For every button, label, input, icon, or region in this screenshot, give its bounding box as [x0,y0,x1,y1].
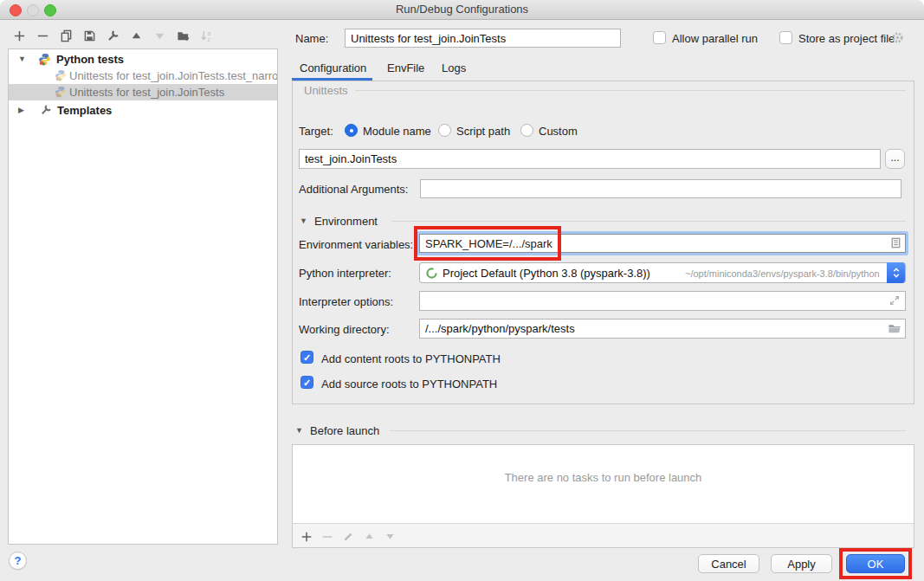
before-launch-toolbar [293,523,914,547]
move-task-down-icon[interactable] [383,529,397,544]
target-module-name-label: Module name [363,125,431,138]
move-down-icon[interactable] [152,29,167,43]
allow-parallel-run-label: Allow parallel run [672,32,758,45]
tab-configuration[interactable]: Configuration [300,61,366,74]
add-task-button[interactable] [299,529,313,544]
add-configuration-button[interactable] [12,29,27,43]
target-custom-label: Custom [539,125,578,138]
tree-item-label: Unittests for test_join.JoinTests [69,84,224,100]
target-script-path-radio[interactable] [438,124,451,137]
unittests-group-title: Unittests [304,84,348,97]
working-directory-label: Working directory: [299,323,390,336]
python-test-config-icon [55,86,67,100]
python-interpreter-label: Python interpreter: [299,267,391,280]
before-launch-section-line [390,430,906,431]
save-configuration-icon[interactable] [82,29,97,43]
before-launch-tasks-panel: There are no tasks to run before launch [292,444,914,548]
add-source-roots-checkbox[interactable]: ✓ [300,376,313,389]
env-variables-list-icon[interactable] [889,236,902,249]
store-as-project-file-label: Store as project file [798,32,895,45]
unittests-group-line [355,90,906,91]
tab-envfile[interactable]: EnvFile [387,61,424,74]
window-title: Run/Debug Configurations [0,3,924,16]
expand-editor-icon[interactable] [888,294,901,307]
new-folder-icon[interactable] [176,29,191,43]
tree-item-python-tests[interactable]: ▼ Python tests [9,51,277,68]
environment-variables-focus-ring: SPARK_HOME=/.../spark [417,231,908,255]
add-content-roots-label: Add content roots to PYTHONPATH [321,352,501,365]
tree-toolbar: az [12,29,214,43]
add-content-roots-checkbox[interactable]: ✓ [300,351,313,364]
target-script-path-label: Script path [456,125,510,138]
python-interpreter-value: Project Default (Python 3.8 (pyspark-3.8… [443,267,650,280]
tree-item-label: Python tests [56,51,124,68]
working-directory-input[interactable]: /.../spark/python/pyspark/tests [419,319,906,339]
python-interpreter-path: ~/opt/miniconda3/envs/pyspark-3.8/bin/py… [685,268,880,279]
tree-item-label: Templates [57,102,112,119]
templates-wrench-icon [40,104,52,119]
browse-folder-icon[interactable] [888,322,901,335]
name-input[interactable]: Unittests for test_join.JoinTests [345,29,621,48]
environment-collapse-caret-icon[interactable]: ▼ [300,216,307,225]
remove-task-button[interactable] [320,529,334,544]
browse-target-button[interactable]: ... [885,149,905,169]
before-launch-section-label: Before launch [310,424,379,437]
store-as-project-file-checkbox[interactable] [779,31,792,44]
target-label: Target: [299,125,333,138]
python-tests-icon [38,53,51,68]
store-options-gear-icon[interactable] [891,31,904,44]
edit-templates-wrench-icon[interactable] [106,29,120,43]
tab-logs[interactable]: Logs [442,61,466,74]
collapse-caret-icon[interactable]: ▼ [18,51,26,68]
titlebar[interactable]: Run/Debug Configurations [0,0,924,20]
tree-item-templates[interactable]: ▶ Templates [9,102,277,119]
python-test-config-icon [55,69,67,84]
svg-text:z: z [207,36,210,42]
edit-task-pencil-icon[interactable] [340,529,355,544]
move-up-icon[interactable] [129,29,144,43]
additional-arguments-input[interactable] [420,179,901,198]
interpreter-options-input[interactable] [419,291,906,311]
remove-configuration-button[interactable] [36,29,50,43]
tree-item-unittests-jointests-selected[interactable]: Unittests for test_join.JoinTests [9,84,277,100]
python-interpreter-select[interactable]: Project Default (Python 3.8 (pyspark-3.8… [419,262,906,283]
copy-configuration-icon[interactable] [59,29,74,43]
name-label: Name: [295,32,328,45]
environment-section-line [391,221,906,222]
before-launch-empty-message: There are no tasks to run before launch [293,471,914,484]
environment-variables-input[interactable]: SPARK_HOME=/.../spark [419,234,906,253]
help-button[interactable]: ? [9,552,27,570]
expand-caret-icon[interactable]: ▶ [18,102,24,119]
configurations-tree: ▼ Python tests Unittests for test_join.J… [8,48,278,545]
allow-parallel-run-checkbox[interactable] [653,31,666,44]
environment-variables-label: Environment variables: [299,238,413,251]
target-custom-radio[interactable] [520,124,533,137]
sort-alphabetically-icon[interactable]: az [199,29,214,43]
target-input[interactable]: test_join.JoinTests [299,149,881,169]
move-task-up-icon[interactable] [362,529,377,544]
conda-environment-icon [425,267,438,280]
ok-button[interactable]: OK [846,554,905,573]
run-debug-configurations-dialog: Run/Debug Configurations az ▼ Python tes… [0,0,924,581]
additional-arguments-label: Additional Arguments: [299,183,408,196]
tree-item-unittests-test-narrow[interactable]: Unittests for test_join.JoinTests.test_n… [9,68,277,84]
svg-text:a: a [207,30,210,36]
interpreter-stepper-icon[interactable] [887,262,905,283]
apply-button[interactable]: Apply [771,554,832,573]
tree-item-label: Unittests for test_join.JoinTests.test_n… [69,68,277,84]
environment-section-label: Environment [314,215,378,228]
before-launch-collapse-caret-icon[interactable]: ▼ [295,426,303,435]
add-source-roots-label: Add source roots to PYTHONPATH [321,378,497,391]
cancel-button[interactable]: Cancel [698,554,759,573]
target-module-name-radio[interactable] [345,124,358,137]
interpreter-options-label: Interpreter options: [299,295,393,308]
